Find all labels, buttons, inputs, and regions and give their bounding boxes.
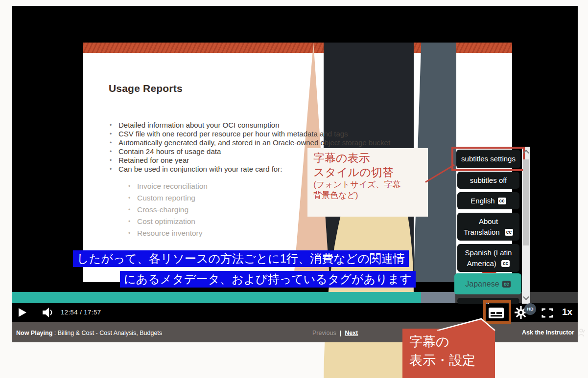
previous-link[interactable]: Previous xyxy=(312,330,336,336)
bullet-item: Automatically generated daily, and store… xyxy=(108,138,460,147)
annotation-highlight-rect-settings xyxy=(451,147,525,171)
next-link[interactable]: Next xyxy=(345,330,358,336)
note-line: スタイルの切替 xyxy=(313,165,422,179)
now-playing-label: Now Playing xyxy=(16,330,52,336)
annotation-style-note: 字幕の表示 スタイルの切替 (フォントサイズ、字幕 背景色など) xyxy=(307,148,428,217)
menu-item-label: Japanesecc xyxy=(465,278,511,289)
now-playing-text: Now Playing : Billing & Cost - Cost Anal… xyxy=(16,330,162,336)
menu-item-label: Spanish (Latin America) cc xyxy=(460,247,517,269)
sub-bullet-item: Cost optimization xyxy=(126,216,208,227)
progress-bar-buffered xyxy=(421,292,455,303)
menu-item-japanese-selected[interactable]: Japanesecc xyxy=(454,273,521,294)
note-line: 背景色など) xyxy=(313,190,422,201)
ask-instructor-button[interactable]: Ask the Instructor xyxy=(522,328,585,337)
banner-slate-shape xyxy=(414,43,457,53)
bullet-item: CSV file with one record per resource pe… xyxy=(108,130,460,138)
menu-item-about-translation[interactable]: About Translation cc xyxy=(457,213,519,241)
menu-item-label: Englishcc xyxy=(470,196,506,206)
slide-banner-art xyxy=(83,43,512,53)
ask-instructor-label: Ask the Instructor xyxy=(522,329,574,336)
note-line: 字幕の表示 xyxy=(313,151,422,165)
play-icon[interactable] xyxy=(18,308,27,317)
cc-badge: cc xyxy=(501,260,510,267)
cc-badge: cc xyxy=(502,281,511,288)
sub-bullet-item: Resource inventory xyxy=(126,227,208,239)
time-display: 12:54 / 17:57 xyxy=(61,309,101,316)
nav-divider: | xyxy=(340,330,342,336)
cc-badge: cc xyxy=(505,229,513,236)
menu-item-english[interactable]: Englishcc xyxy=(457,192,519,209)
fullscreen-icon[interactable] xyxy=(541,308,553,318)
subtitle-caption-line1: したがって、各リソースの方法ごとに1行、消費などの関連情 xyxy=(73,250,409,267)
banner-dark-shape xyxy=(324,43,414,53)
annotation-callout-pointer xyxy=(419,315,497,331)
callout-line: 表示・設定 xyxy=(409,351,488,370)
slide-title: Usage Reports xyxy=(109,83,183,94)
playback-speed-button[interactable]: 1x xyxy=(562,307,572,317)
now-playing-title: Billing & Cost - Cost Analysis, Budgets xyxy=(58,330,162,336)
progress-bar-played xyxy=(12,292,421,303)
sub-bullet-item: Custom reporting xyxy=(126,192,208,204)
sub-bullet-item: Invoice reconciliation xyxy=(126,180,208,192)
note-line: (フォントサイズ、字幕 xyxy=(313,179,422,190)
volume-icon[interactable] xyxy=(42,307,54,318)
slide-sub-bullet-list: Invoice reconciliation Custom reporting … xyxy=(126,180,208,239)
now-playing-colon: : xyxy=(54,330,56,336)
menu-item-spanish-latin-america[interactable]: Spanish (Latin America) cc xyxy=(457,244,519,272)
menu-item-label: About Translation cc xyxy=(460,216,517,238)
menu-item-subtitles-off[interactable]: subtitles off xyxy=(457,172,519,189)
subtitle-caption-line2: にあるメタデータ、および持っているタグがあります xyxy=(120,271,416,288)
bullet-item: Detailed information about your OCI cons… xyxy=(108,121,460,130)
annotation-callout-subtitle-settings: 字幕の 表示・設定 xyxy=(402,329,495,378)
prev-next-nav: Previous | Next xyxy=(312,330,358,336)
menu-scrollbar-thumb[interactable] xyxy=(523,159,529,245)
cc-badge: cc xyxy=(498,198,506,204)
callout-line: 字幕の xyxy=(409,333,488,351)
hd-quality-badge[interactable]: HD xyxy=(524,303,536,315)
slide: Usage Reports Detailed information about… xyxy=(83,43,512,282)
menu-item-label: subtitles off xyxy=(470,175,507,186)
sub-bullet-item: Cross-charging xyxy=(126,204,208,216)
instructor-person-icon xyxy=(577,328,585,337)
